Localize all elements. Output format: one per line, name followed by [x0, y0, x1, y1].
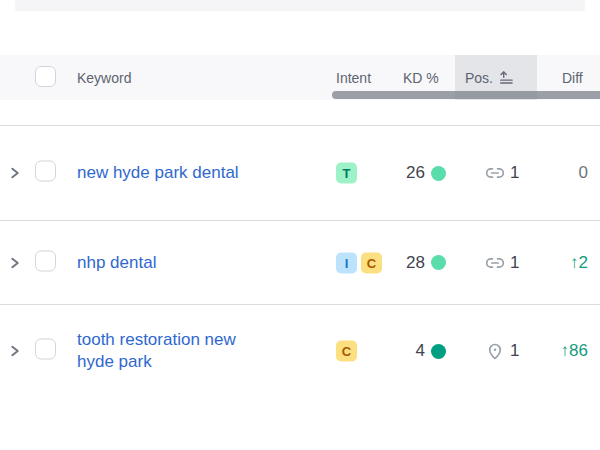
keyword-link[interactable]: nhp dental	[77, 251, 156, 273]
column-header-intent[interactable]: Intent	[336, 70, 371, 86]
kd-difficulty-dot	[431, 255, 446, 270]
select-all-checkbox[interactable]	[35, 66, 56, 90]
table-row: tooth restoration new hyde park C 4 1 ↑8…	[0, 304, 600, 397]
row-checkbox[interactable]	[35, 250, 56, 275]
diff-cell: ↑86	[561, 341, 588, 361]
checkbox-box[interactable]	[35, 66, 56, 87]
column-header-pos-label: Pos.	[465, 70, 493, 86]
checkbox-box[interactable]	[35, 250, 56, 271]
expand-chevron-icon[interactable]	[8, 167, 21, 180]
row-checkbox[interactable]	[35, 339, 56, 364]
column-header-kd[interactable]: KD %	[403, 70, 439, 86]
location-pin-icon	[485, 341, 505, 361]
kd-value: 4	[416, 341, 425, 361]
table-body-spacer	[0, 100, 600, 125]
table-body: new hyde park dental T 26 1 0	[0, 100, 600, 397]
table-row: nhp dental I C 28 1 ↑2	[0, 220, 600, 304]
kd-value: 28	[406, 253, 425, 273]
kd-cell: 28	[406, 253, 446, 273]
intent-badges: T	[336, 163, 357, 184]
kd-cell: 26	[406, 163, 446, 183]
kd-difficulty-dot	[431, 344, 446, 359]
intent-badge-commercial: C	[336, 341, 357, 362]
intent-badge-commercial: C	[361, 252, 382, 273]
pos-value: 1	[510, 163, 519, 183]
kd-value: 26	[406, 163, 425, 183]
top-edge-bar	[15, 0, 585, 11]
column-header-diff[interactable]: Diff	[562, 70, 583, 86]
intent-badges: C	[336, 341, 357, 362]
keyword-table-screen: Keyword Intent KD % Pos. Diff	[0, 0, 600, 450]
column-header-keyword: Keyword	[77, 70, 131, 86]
diff-cell: ↑2	[570, 253, 588, 273]
pos-value: 1	[510, 253, 519, 273]
diff-value: 86	[569, 341, 588, 360]
diff-value: 0	[579, 163, 588, 182]
table-row: new hyde park dental T 26 1 0	[0, 125, 600, 220]
diff-value: 2	[579, 253, 588, 272]
intent-badge-transactional: T	[336, 163, 357, 184]
row-checkbox[interactable]	[35, 161, 56, 186]
expand-chevron-icon[interactable]	[8, 345, 21, 358]
keyword-link[interactable]: new hyde park dental	[77, 162, 239, 184]
kd-difficulty-dot	[431, 166, 446, 181]
expand-chevron-icon[interactable]	[8, 256, 21, 269]
keyword-link[interactable]: tooth restoration new hyde park	[77, 329, 272, 373]
table-header: Keyword Intent KD % Pos. Diff	[0, 55, 600, 100]
diff-cell: 0	[579, 163, 588, 183]
column-header-pos[interactable]: Pos.	[465, 70, 514, 86]
diff-up-arrow: ↑	[561, 341, 570, 360]
intent-badges: I C	[336, 252, 382, 273]
link-icon	[485, 253, 505, 273]
pos-cell: 1	[485, 341, 519, 361]
kd-cell: 4	[416, 341, 446, 361]
checkbox-box[interactable]	[35, 161, 56, 182]
pos-cell: 1	[485, 163, 519, 183]
link-icon	[485, 163, 505, 183]
sort-ascending-icon	[499, 70, 514, 85]
pos-value: 1	[510, 341, 519, 361]
horizontal-scrollbar-thumb[interactable]	[332, 91, 600, 99]
pos-cell: 1	[485, 253, 519, 273]
checkbox-box[interactable]	[35, 339, 56, 360]
intent-badge-informational: I	[336, 252, 357, 273]
diff-up-arrow: ↑	[570, 253, 579, 272]
